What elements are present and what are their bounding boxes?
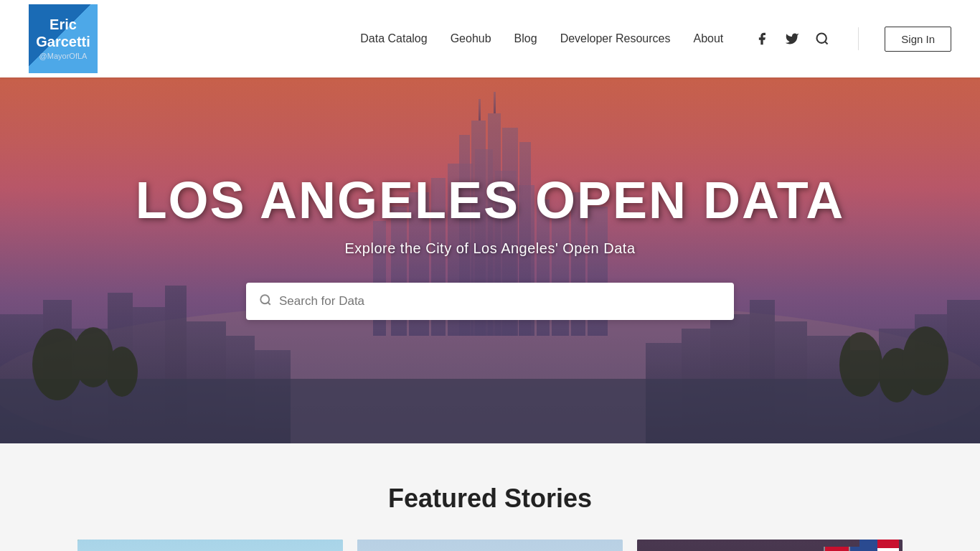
nav-developer-resources[interactable]: Developer Resources <box>560 32 671 45</box>
logo-image: Eric Garcetti @MayorOfLA <box>29 4 98 73</box>
social-icons <box>752 29 832 49</box>
hero-title: LOS ANGELES OPEN DATA <box>29 172 951 229</box>
svg-point-45 <box>106 347 138 397</box>
svg-rect-72 <box>357 540 623 551</box>
story-card-1-image <box>77 540 343 551</box>
featured-section: Featured Stories <box>0 443 980 551</box>
nav-data-catalog[interactable]: Data Catalog <box>360 32 427 45</box>
facebook-icon[interactable] <box>752 29 772 49</box>
hero-section: LOS ANGELES OPEN DATA Explore the City o… <box>0 77 980 443</box>
svg-rect-21 <box>479 99 481 121</box>
nav-about[interactable]: About <box>693 32 723 45</box>
hero-subtitle: Explore the City of Los Angeles' Open Da… <box>29 240 951 257</box>
search-icon[interactable] <box>812 29 832 49</box>
svg-rect-42 <box>0 379 980 443</box>
svg-point-48 <box>903 326 948 395</box>
svg-point-49 <box>260 295 269 303</box>
story-card-3-image <box>637 540 903 551</box>
sign-in-button[interactable]: Sign In <box>885 27 951 52</box>
nav-geohub[interactable]: Geohub <box>451 32 491 45</box>
nav-blog[interactable]: Blog <box>514 32 537 45</box>
search-input[interactable] <box>279 294 721 309</box>
header: Eric Garcetti @MayorOfLA Data Catalog Ge… <box>0 0 980 77</box>
story-card-2[interactable] <box>357 540 623 551</box>
logo-name-line2: Garcetti <box>36 33 90 50</box>
logo-handle: @MayorOfLA <box>39 52 88 61</box>
story-card-1[interactable] <box>77 540 343 551</box>
svg-rect-51 <box>77 540 343 551</box>
search-bar <box>246 283 734 320</box>
svg-point-0 <box>817 34 826 43</box>
svg-rect-22 <box>494 92 496 113</box>
featured-title: Featured Stories <box>29 484 951 514</box>
logo[interactable]: Eric Garcetti @MayorOfLA <box>29 4 98 73</box>
story-card-2-image <box>357 540 623 551</box>
search-bar-icon <box>259 293 272 310</box>
story-card-3[interactable] <box>637 540 903 551</box>
svg-rect-115 <box>859 540 877 551</box>
svg-line-1 <box>825 42 828 44</box>
svg-point-46 <box>839 332 882 397</box>
svg-line-50 <box>268 302 270 304</box>
main-nav: Data Catalog Geohub Blog Developer Resou… <box>360 27 951 52</box>
nav-divider <box>858 27 859 50</box>
stories-grid <box>29 540 951 551</box>
hero-content: LOS ANGELES OPEN DATA Explore the City o… <box>0 172 980 320</box>
logo-name-line1: Eric <box>50 16 77 33</box>
twitter-icon[interactable] <box>782 29 802 49</box>
